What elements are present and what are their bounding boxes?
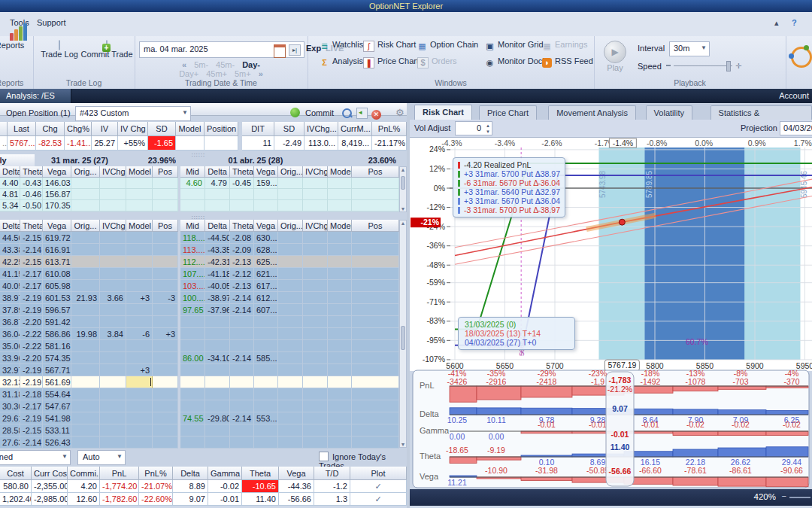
time-nav-[interactable]: » — [259, 69, 263, 78]
col-header-Orig...: Orig... — [278, 166, 303, 178]
window-toggle-watchlist[interactable]: ≣Watchlist — [320, 40, 365, 51]
col-header-IV: IV — [92, 122, 118, 136]
speed-minus[interactable] — [666, 65, 671, 66]
col-header-Delta: Delta — [205, 166, 230, 178]
legend-leg-text: -3 31mar. 5700 Put Δ — [464, 205, 538, 214]
cell — [328, 352, 352, 364]
cell: -2.14 — [20, 437, 43, 449]
window-toggle-monitor-dock[interactable]: ◉Monitor Dock — [485, 56, 547, 68]
legend-swatch — [458, 162, 460, 169]
col-header-PnL%: PnL% — [139, 467, 173, 480]
time-nav-5m[interactable]: 5m- — [194, 60, 208, 69]
auto-select[interactable]: Auto▼ — [77, 450, 126, 465]
calendar-icon[interactable] — [274, 44, 286, 58]
window-toggle-risk-chart[interactable]: ʃRisk Chart — [363, 40, 416, 52]
legend-leg-delta: -32.97 — [538, 187, 560, 196]
combined-select[interactable]: Combined▼ — [0, 450, 71, 465]
menu-support[interactable]: Support — [37, 18, 66, 27]
trading-date-input[interactable]: ma. 04 mar. 2025 ▸| — [139, 41, 304, 58]
svg-text:11.21: 11.21 — [447, 478, 467, 487]
strategy-select[interactable]: #423 Custom ▼ — [75, 106, 191, 121]
cell — [126, 424, 153, 437]
scroll-up-icon[interactable]: ▲ — [400, 167, 406, 172]
spinner-up-icon[interactable]: ▲▼ — [486, 123, 490, 135]
tab-movement-analysis[interactable]: Movement Analysis — [548, 105, 636, 120]
cell: -0.46 — [20, 189, 43, 200]
search-icon[interactable] — [342, 108, 352, 118]
gear-icon[interactable]: ⚙ — [395, 107, 404, 118]
zoom-slider[interactable] — [789, 497, 810, 498]
window-toggle-rss-feed[interactable]: ◗RSS Feed — [542, 56, 593, 68]
svg-text:-0.02: -0.02 — [732, 420, 750, 429]
cell — [153, 178, 178, 189]
cell: -10.65 — [242, 480, 279, 493]
scrollbar-vertical[interactable]: ▲▼ — [399, 166, 407, 212]
svg-text:-1.4%: -1.4% — [613, 138, 633, 148]
tab-analysis-es[interactable]: Analysis: /ES — [0, 89, 71, 103]
commit-button[interactable]: Commit — [290, 108, 334, 117]
zoom-out-icon[interactable]: − — [782, 491, 786, 500]
close-position-icon[interactable]: ✕ — [371, 108, 381, 120]
time-nav-45m[interactable]: 45m- — [216, 60, 235, 69]
tab-risk-chart[interactable]: Risk Chart — [414, 105, 472, 120]
collapse-ribbon-icon[interactable]: ▴ — [774, 18, 779, 28]
account-label[interactable]: Account — [779, 91, 809, 100]
scrollbar-vertical[interactable]: ▲▼ — [399, 220, 407, 448]
cell — [352, 268, 399, 280]
cell: 581.16 — [43, 340, 71, 352]
cell: -1.65 — [148, 136, 176, 151]
cell: 591.42 — [43, 316, 71, 328]
window-toggle-analysis[interactable]: ΣAnalysis — [320, 56, 363, 68]
time-nav-Day[interactable]: Day+ — [179, 69, 198, 78]
speed-plus[interactable]: ✛ — [735, 62, 741, 70]
cell: -22.60% — [139, 493, 173, 506]
scrollbar-thumb[interactable] — [401, 176, 405, 190]
window-toggle-earnings[interactable]: ▦Earnings — [542, 40, 587, 51]
interval-select[interactable]: 30m ▼ — [669, 41, 710, 56]
reports-button[interactable]: Reports — [0, 41, 32, 50]
next-session-icon[interactable]: ▸| — [289, 44, 301, 56]
cell — [303, 437, 328, 449]
speed-slider-track[interactable] — [674, 65, 732, 66]
window-toggle-monitor-grid[interactable]: ▣Monitor Grid — [485, 40, 544, 51]
tab-price-chart[interactable]: Price Chart — [479, 105, 537, 120]
vol-adjust-spinner[interactable]: 0 ▲▼ — [455, 121, 492, 135]
cell — [230, 376, 254, 388]
legend-item: +3 31mar. 5700 Put Δ-38.97 — [458, 169, 560, 178]
cell — [100, 437, 126, 449]
scrollbar-thumb[interactable] — [401, 326, 405, 350]
panel-splitter[interactable] — [407, 103, 410, 508]
cell: 617.... — [254, 280, 278, 292]
scroll-up-icon[interactable]: ▲ — [400, 221, 406, 226]
window-toggle-price-chart[interactable]: ❚Price Chart — [363, 56, 419, 68]
cell: 4.79 — [205, 178, 230, 189]
expiry-corner-label: ...rly — [0, 154, 35, 167]
cell: -0.02 — [208, 480, 242, 493]
svg-text:-10.90: -10.90 — [485, 466, 508, 475]
cell — [303, 244, 328, 256]
cell — [303, 412, 328, 424]
window-toggle-orders[interactable]: $Orders — [417, 56, 457, 68]
export-icon[interactable]: ◂ — [356, 108, 368, 119]
time-nav-[interactable]: « — [182, 60, 186, 69]
time-nav-5m[interactable]: 5m+ — [235, 69, 251, 78]
window-toggle-option-chain[interactable]: ▦Option Chain — [417, 40, 478, 51]
speed-slider-handle[interactable] — [726, 61, 731, 71]
cell — [328, 244, 352, 256]
trade-log-button[interactable]: Trade Log — [38, 41, 81, 59]
time-nav-45m[interactable]: 45m+ — [206, 69, 227, 78]
projection-date-input[interactable]: 04/03/2025 — [780, 121, 812, 135]
scroll-down-icon[interactable]: ▼ — [400, 442, 406, 447]
cell: -2.13 — [230, 280, 254, 292]
scroll-down-icon[interactable]: ▼ — [400, 206, 406, 211]
help-icon[interactable]: ? — [792, 18, 797, 27]
tab-statistics-fundamentals[interactable]: Statistics & Fundamentals — [710, 105, 812, 120]
play-button[interactable]: ▶ Play — [600, 41, 630, 72]
tab-volatility[interactable]: Volatility — [646, 105, 692, 120]
time-nav-Day[interactable]: Day- — [242, 60, 260, 69]
svg-text:-0.02: -0.02 — [686, 420, 704, 429]
commit-trade-button[interactable]: + Commit Trade — [80, 41, 134, 59]
menu-bar: Tools Support ▴ ? — [0, 12, 812, 37]
cell — [153, 364, 178, 376]
cell — [100, 352, 126, 364]
